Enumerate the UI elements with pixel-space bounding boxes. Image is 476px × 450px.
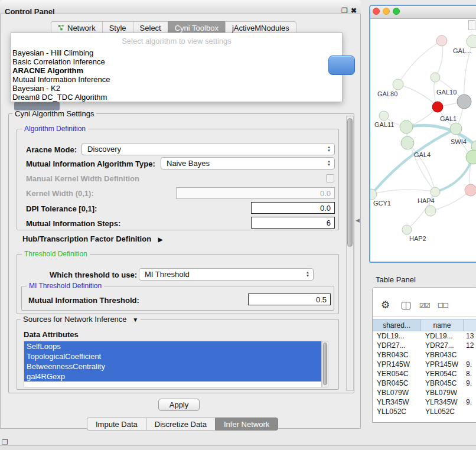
checked-boxes-icon[interactable]: ☑☑: [419, 302, 430, 309]
hub-definition-expander[interactable]: Hub/Transcription Factor Definition ▶: [22, 234, 162, 243]
sources-title: Sources for Network Inference: [23, 315, 127, 324]
minimize-traffic-light[interactable]: [383, 8, 390, 15]
mi-threshold-field[interactable]: 0.5: [248, 294, 331, 305]
table-cell: YLL052C: [373, 407, 421, 416]
table-row[interactable]: YDR27...YDR27...12: [373, 341, 476, 350]
network-node[interactable]: [402, 225, 412, 234]
table-row[interactable]: YDL19...YDL19...13: [373, 331, 476, 341]
network-node[interactable]: [400, 120, 413, 133]
network-node[interactable]: [401, 136, 414, 149]
network-node[interactable]: [457, 94, 471, 109]
network-edge[interactable]: [398, 84, 438, 107]
network-edge[interactable]: [371, 129, 456, 194]
mi-steps-field[interactable]: 6: [251, 217, 335, 229]
algorithm-option[interactable]: Bayesian - Hill Climbing: [11, 48, 342, 57]
network-node-label: SWI4: [451, 138, 467, 145]
settings-scrollbar[interactable]: [346, 116, 354, 391]
table-row[interactable]: YER054CYER054C8.: [373, 369, 476, 379]
obscured-combobox-fragment[interactable]: [14, 102, 60, 110]
network-node[interactable]: [436, 35, 447, 46]
network-node-label: GAL80: [377, 90, 397, 97]
algorithm-option[interactable]: Mutual Information Inference: [11, 75, 342, 84]
network-node-label: GAL1: [440, 115, 457, 122]
table-row[interactable]: YBL079WYBL079W: [373, 388, 476, 397]
network-node[interactable]: [425, 206, 436, 216]
network-node[interactable]: [465, 184, 476, 196]
network-node[interactable]: [450, 123, 462, 135]
table-cell: YDL19...: [421, 331, 464, 341]
attribute-list-item[interactable]: TopologicalCoefficient: [24, 351, 321, 361]
algorithm-dropdown-popup: Select algorithm to view settings Bayesi…: [11, 32, 343, 102]
table-cell: YPR145W: [421, 360, 464, 369]
table-cell: 8.: [464, 369, 476, 379]
table-row[interactable]: YPR145WYPR145W9.: [373, 360, 476, 369]
network-node[interactable]: [393, 79, 403, 90]
table-cell: YBR045C: [373, 379, 421, 388]
network-node[interactable]: [379, 111, 389, 120]
network-node[interactable]: [467, 35, 476, 48]
attribute-list-item[interactable]: SelfLoops: [24, 341, 321, 351]
algorithm-definition-title: Algorithm Definition: [22, 125, 88, 133]
network-edge[interactable]: [406, 127, 435, 192]
table-body: YDL19...YDL19...13YDR27...YDR27...12YBR0…: [373, 331, 476, 416]
network-node[interactable]: [466, 150, 476, 164]
zoom-traffic-light[interactable]: [393, 8, 400, 15]
algorithm-option[interactable]: ARACNE Algorithm: [11, 66, 342, 75]
network-edge[interactable]: [371, 190, 435, 194]
tab-label: Network: [67, 24, 96, 32]
table-cell: 13: [464, 331, 476, 341]
network-scrollbar-button[interactable]: [468, 20, 475, 30]
network-edge[interactable]: [407, 143, 435, 192]
table-row[interactable]: YBR045CYBR045C9.: [373, 379, 476, 388]
attributes-scrollbar[interactable]: [322, 341, 328, 387]
threshold-definition-title: Threshold Definition: [22, 250, 90, 258]
table-row[interactable]: YBR043CYBR043C: [373, 350, 476, 360]
expand-down-icon[interactable]: ▼: [132, 317, 138, 323]
tab-infer-network[interactable]: Infer Network: [215, 418, 278, 431]
close-window-icon[interactable]: ✖: [351, 6, 357, 15]
sources-expander[interactable]: Sources for Network Inference ▼: [21, 315, 141, 324]
manual-kernel-checkbox[interactable]: [326, 174, 334, 182]
table-cell: YDR27...: [373, 341, 421, 350]
table-cell: YBR045C: [421, 379, 464, 388]
attribute-list-item[interactable]: gal4RGexp: [24, 371, 321, 381]
column-header-shared-name[interactable]: shared...: [373, 319, 421, 331]
gear-icon[interactable]: ⚙: [381, 299, 390, 311]
combo-value: Discovery: [87, 145, 121, 154]
attributes-scrollbar-thumb[interactable]: [323, 343, 327, 385]
network-graph[interactable]: GAL...GAL80GAL10GAL1GAL11SWI4GAL4GCY1HAP…: [370, 19, 476, 262]
settings-scrollbar-thumb[interactable]: [347, 118, 353, 247]
network-node[interactable]: [432, 102, 443, 112]
tab-impute-data[interactable]: Impute Data: [87, 418, 146, 431]
algorithm-option[interactable]: Bayesian - K2: [11, 84, 342, 93]
table-row[interactable]: YLL052CYLL052C: [373, 407, 476, 416]
algorithm-option[interactable]: Basic Correlation Inference: [11, 57, 342, 66]
expand-right-icon[interactable]: ▶: [158, 236, 163, 243]
unchecked-boxes-icon[interactable]: ☐☐: [438, 302, 448, 309]
which-threshold-combobox[interactable]: MI Threshold ▲▼: [139, 268, 314, 281]
column-header-name[interactable]: name: [421, 319, 464, 331]
aracne-mode-combobox[interactable]: Discovery ▲▼: [81, 143, 335, 155]
tab-discretize-data[interactable]: Discretize Data: [146, 418, 215, 431]
column-header-partial[interactable]: [464, 319, 476, 331]
close-traffic-light[interactable]: [373, 8, 380, 15]
network-node[interactable]: [431, 73, 440, 82]
float-window-icon[interactable]: ❐: [341, 6, 348, 15]
apply-button[interactable]: Apply: [158, 399, 200, 411]
columns-icon[interactable]: [402, 302, 410, 309]
attribute-list-item[interactable]: BetweennessCentrality: [24, 361, 321, 371]
combo-focus-button[interactable]: [328, 56, 355, 75]
table-cell: [464, 388, 476, 397]
algorithm-option[interactable]: Dream8 DC_TDC Algorithm: [11, 93, 342, 102]
network-node[interactable]: [431, 187, 440, 197]
dropdown-placeholder: Select algorithm to view settings: [11, 33, 342, 48]
table-cell: YDL19...: [373, 331, 421, 341]
panel-resize-arrow-icon[interactable]: ◀: [356, 217, 360, 223]
data-attributes-list[interactable]: SelfLoopsTopologicalCoefficientBetweenne…: [24, 341, 322, 387]
table-row[interactable]: YLR345WYLR345W9.: [373, 397, 476, 407]
mi-type-label: Mutual Information Algorithm Type:: [26, 159, 155, 168]
dpi-tolerance-field[interactable]: 0.0: [251, 202, 335, 214]
mi-type-combobox[interactable]: Naive Bayes ▲▼: [161, 157, 335, 169]
kernel-width-field[interactable]: 0.0: [176, 187, 335, 199]
table-cell: 9.: [464, 360, 476, 369]
